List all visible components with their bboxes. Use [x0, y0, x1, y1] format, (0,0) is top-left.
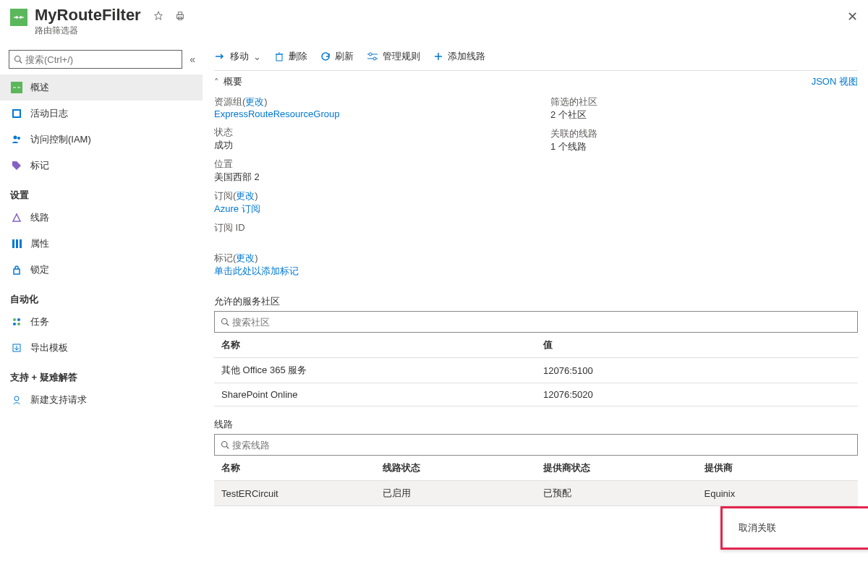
disassociate-label: 取消关联 [739, 521, 776, 534]
main-content: 移动 ⌄ 删除 刷新 管理规则 添加线路 ˄ 概要 [203, 40, 868, 587]
resource-type: 路由筛选器 [35, 25, 141, 37]
table-row[interactable]: 其他 Office 365 服务12076:5100 [214, 358, 858, 383]
svg-point-9 [14, 136, 17, 140]
change-tags-link[interactable]: 更改 [236, 252, 255, 263]
move-icon [214, 51, 226, 62]
circuits-label: 关联的线路 [550, 127, 858, 140]
page-title: MyRouteFilter [35, 6, 141, 25]
change-sub-link[interactable]: 更改 [236, 190, 255, 201]
svg-point-20 [14, 396, 19, 401]
svg-rect-13 [20, 239, 22, 248]
circuits-search-input[interactable] [232, 440, 851, 451]
search-icon [221, 318, 229, 326]
add-circuit-button[interactable]: 添加线路 [433, 50, 485, 63]
svg-point-23 [373, 57, 376, 60]
svg-rect-12 [16, 239, 18, 248]
sidebar-search[interactable] [9, 50, 182, 69]
col-provider[interactable]: 提供商 [697, 456, 859, 481]
nav-export-template[interactable]: 导出模板 [0, 335, 203, 361]
nav-locks[interactable]: 锁定 [0, 257, 203, 283]
col-name[interactable]: 名称 [214, 456, 375, 481]
nav-circuits[interactable]: 线路 [0, 205, 203, 231]
pin-icon[interactable] [151, 9, 166, 23]
resource-icon [10, 9, 27, 26]
svg-rect-0 [12, 10, 26, 25]
nav-iam[interactable]: 访问控制(IAM) [0, 127, 203, 153]
export-icon [10, 343, 23, 353]
nav-overview[interactable]: 概述 [0, 74, 203, 101]
nav-support-request[interactable]: 新建支持请求 [0, 387, 203, 413]
tasks-icon [10, 317, 23, 327]
circuit-icon [10, 213, 23, 223]
col-value[interactable]: 值 [536, 333, 858, 358]
status-value: 成功 [214, 139, 522, 152]
summary-title: 概要 [224, 75, 242, 88]
plus-icon [433, 51, 443, 61]
add-tags-link[interactable]: 单击此处以添加标记 [214, 265, 299, 276]
svg-rect-14 [14, 269, 20, 274]
search-icon [14, 55, 22, 64]
svg-point-22 [369, 53, 372, 56]
col-name[interactable]: 名称 [214, 333, 536, 358]
page-header: MyRouteFilter 路由筛选器 ✕ [0, 0, 868, 40]
tag-icon [10, 161, 23, 171]
circuits-search[interactable] [214, 434, 858, 456]
circuits-table: 名称 线路状态 提供商状态 提供商 TestERCircuit 已启用 已预配 … [214, 456, 858, 506]
status-label: 状态 [214, 126, 522, 139]
search-input[interactable] [25, 54, 177, 65]
svg-line-27 [226, 446, 229, 448]
trash-icon [274, 51, 284, 61]
nav-properties[interactable]: 属性 [0, 231, 203, 257]
svg-line-5 [20, 61, 22, 63]
subid-label: 订阅 ID [214, 221, 522, 234]
table-row[interactable]: SharePoint Online12076:5020 [214, 383, 858, 406]
communities-label: 筛选的社区 [550, 95, 858, 108]
change-rg-link[interactable]: 更改 [245, 96, 264, 107]
communities-heading: 允许的服务社区 [214, 295, 858, 308]
delete-button[interactable]: 删除 [274, 50, 307, 63]
search-icon [221, 440, 229, 449]
log-icon [10, 108, 23, 119]
svg-rect-8 [14, 111, 20, 116]
nav-tasks[interactable]: 任务 [0, 309, 203, 335]
communities-search-input[interactable] [232, 317, 851, 328]
nav-tags[interactable]: 标记 [0, 153, 203, 179]
sub-value-link[interactable]: Azure 订阅 [214, 203, 260, 214]
svg-rect-11 [12, 239, 14, 248]
json-view-link[interactable]: JSON 视图 [812, 75, 858, 88]
overview-icon [10, 82, 23, 93]
section-support: 支持 + 疑难解答 [0, 361, 203, 387]
svg-point-26 [222, 442, 228, 448]
chevron-down-icon: ⌄ [253, 51, 261, 62]
svg-line-25 [226, 323, 229, 325]
location-label: 位置 [214, 158, 522, 171]
nav-activity-log[interactable]: 活动日志 [0, 101, 203, 127]
lock-icon [10, 265, 23, 275]
svg-point-10 [17, 137, 20, 140]
subid-value [214, 234, 522, 246]
settings-icon [367, 51, 378, 61]
refresh-icon [320, 51, 331, 61]
communities-search[interactable] [214, 311, 858, 333]
print-icon[interactable] [173, 9, 187, 23]
sidebar: « 概述 活动日志 访问控制(IAM) 标记 设置 线路 属性 锁 [0, 40, 203, 587]
support-icon [10, 395, 23, 405]
circuits-value: 1 个线路 [550, 140, 858, 153]
command-bar: 移动 ⌄ 删除 刷新 管理规则 添加线路 [214, 50, 858, 70]
move-button[interactable]: 移动 ⌄ [214, 50, 261, 63]
communities-table: 名称 值 其他 Office 365 服务12076:5100 SharePoi… [214, 333, 858, 406]
col-circuit-state[interactable]: 线路状态 [375, 456, 537, 481]
chevron-up-icon: ˄ [214, 77, 219, 88]
collapse-icon[interactable]: « [190, 54, 195, 65]
svg-point-4 [15, 56, 21, 62]
manage-rules-button[interactable]: 管理规则 [367, 50, 420, 63]
summary-header[interactable]: ˄ 概要 JSON 视图 [214, 70, 858, 93]
close-icon[interactable]: ✕ [847, 9, 858, 25]
col-provider-state[interactable]: 提供商状态 [536, 456, 697, 481]
svg-point-18 [17, 323, 20, 325]
refresh-button[interactable]: 刷新 [320, 50, 354, 63]
disassociate-menu[interactable]: 取消关联 [720, 506, 868, 550]
rg-value-link[interactable]: ExpressRouteResourceGroup [214, 108, 339, 119]
table-row[interactable]: TestERCircuit 已启用 已预配 Equinix [214, 481, 858, 506]
iam-icon [10, 135, 23, 145]
